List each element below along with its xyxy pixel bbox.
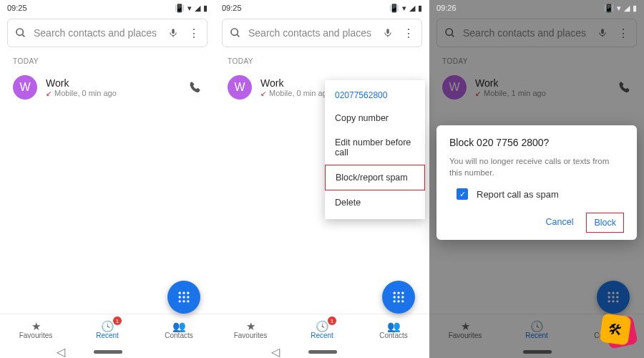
menu-number: 02077562800	[325, 84, 425, 106]
svg-point-33	[608, 300, 610, 302]
phone-icon[interactable]	[189, 81, 202, 94]
call-entry: W Work ↙Mobile, 1 min ago	[429, 69, 644, 105]
android-navbar: ◁ □	[0, 345, 215, 358]
people-icon: 👥	[387, 321, 401, 332]
dialog-checkbox-row[interactable]: ✓ Report call as spam	[449, 188, 624, 200]
svg-point-28	[612, 292, 614, 294]
svg-point-19	[397, 296, 399, 298]
section-today: TODAY	[215, 53, 429, 69]
svg-point-4	[182, 292, 185, 294]
dialpad-fab[interactable]	[167, 281, 200, 314]
svg-point-7	[182, 296, 185, 298]
avatar: W	[228, 75, 252, 100]
phone-screen-3: 09:26 📳 ▾ ◢ ▮ Search contacts and places…	[429, 0, 644, 358]
star-icon: ★	[461, 321, 470, 332]
cancel-button[interactable]: Cancel	[539, 213, 581, 233]
dialog-actions: Cancel Block	[449, 213, 624, 233]
status-bar: 09:25 📳 ▾ ◢ ▮	[0, 0, 215, 16]
svg-point-34	[612, 300, 614, 302]
clock: 09:25	[222, 4, 242, 12]
dialpad-fab[interactable]	[382, 281, 415, 314]
svg-point-17	[401, 292, 404, 294]
svg-point-35	[616, 300, 618, 302]
svg-point-12	[231, 29, 238, 35]
status-icons: 📳 ▾ ◢ ▮	[604, 4, 637, 13]
svg-rect-14	[386, 29, 389, 34]
mic-icon[interactable]	[383, 26, 393, 39]
search-input: Search contacts and places	[463, 27, 590, 39]
svg-point-32	[616, 296, 618, 298]
dialog-body: You will no longer receive calls or text…	[449, 155, 624, 178]
entry-info: Work ↙Mobile, 1 min ago	[475, 77, 610, 97]
search-input[interactable]: Search contacts and places	[34, 27, 161, 39]
checkbox-icon[interactable]: ✓	[457, 188, 468, 200]
checkbox-label: Report call as spam	[477, 189, 559, 200]
phone-icon	[618, 81, 631, 94]
dialog-title: Block 020 7756 2800?	[449, 137, 624, 148]
watermark-icon: 🛠	[601, 315, 640, 354]
entry-info: Work ↙Mobile, 0 min ago	[46, 77, 180, 97]
tab-recent[interactable]: 🕓Recent1	[72, 314, 143, 345]
menu-block-spam[interactable]: Block/report spam	[325, 165, 425, 190]
phone-screen-1: 09:25 📳 ▾ ◢ ▮ Search contacts and places…	[0, 0, 215, 358]
people-icon: 👥	[172, 321, 186, 332]
nav-home-icon[interactable]	[308, 350, 337, 354]
bottom-tabs: ★Favourites 🕓Recent1 👥Contacts	[0, 314, 215, 345]
call-entry[interactable]: W Work ↙Mobile, 0 min ago	[0, 69, 215, 105]
nav-back-icon[interactable]: ◁	[57, 345, 65, 359]
svg-point-30	[608, 296, 610, 298]
nav-home-icon[interactable]	[94, 350, 122, 354]
svg-point-21	[394, 300, 396, 302]
dialpad-icon	[177, 290, 191, 304]
status-bar: 09:25 📳 ▾ ◢ ▮	[215, 0, 429, 16]
section-today: TODAY	[429, 53, 644, 69]
clock: 09:25	[7, 4, 27, 12]
search-bar[interactable]: Search contacts and places ⋮	[222, 19, 422, 47]
tab-contacts[interactable]: 👥Contacts	[358, 314, 429, 345]
star-icon: ★	[31, 321, 41, 332]
android-navbar: ◁ □	[215, 345, 429, 358]
svg-point-15	[394, 292, 396, 294]
svg-rect-26	[601, 29, 604, 34]
wifi-icon: ▾	[402, 4, 406, 13]
clock-icon: 🕓	[316, 321, 329, 332]
search-bar[interactable]: Search contacts and places ⋮	[7, 19, 208, 47]
tab-favourites: ★Favourites	[429, 314, 501, 345]
search-bar: Search contacts and places ⋮	[436, 19, 637, 47]
menu-delete[interactable]: Delete	[325, 190, 425, 215]
more-icon[interactable]: ⋮	[400, 26, 414, 40]
menu-copy-number[interactable]: Copy number	[325, 106, 425, 130]
tab-contacts[interactable]: 👥Contacts	[143, 314, 215, 345]
search-icon	[15, 27, 26, 39]
star-icon: ★	[246, 321, 255, 332]
svg-point-23	[401, 300, 404, 302]
nav-home-icon[interactable]	[523, 350, 552, 354]
tab-favourites[interactable]: ★Favourites	[215, 314, 286, 345]
nav-back-icon[interactable]: ◁	[271, 345, 280, 359]
wifi-icon: ▾	[617, 4, 621, 13]
more-icon: ⋮	[615, 26, 629, 40]
svg-point-20	[401, 296, 404, 298]
vibrate-icon: 📳	[389, 4, 399, 13]
svg-point-22	[397, 300, 399, 302]
menu-edit-number[interactable]: Edit number before call	[325, 130, 425, 165]
svg-point-31	[612, 296, 614, 298]
clock-icon: 🕓	[530, 321, 544, 332]
phone-screen-2: 09:25 📳 ▾ ◢ ▮ Search contacts and places…	[215, 0, 429, 358]
badge: 1	[328, 316, 336, 325]
status-icons: 📳 ▾ ◢ ▮	[175, 4, 208, 13]
battery-icon: ▮	[633, 4, 637, 13]
dialpad-icon	[606, 290, 620, 304]
tab-favourites[interactable]: ★Favourites	[0, 314, 72, 345]
dialpad-fab	[597, 281, 630, 314]
more-icon[interactable]: ⋮	[185, 26, 200, 40]
tab-recent[interactable]: 🕓Recent1	[286, 314, 358, 345]
svg-line-25	[452, 34, 454, 37]
bottom-tabs: ★Favourites 🕓Recent1 👥Contacts	[215, 314, 429, 345]
search-input[interactable]: Search contacts and places	[248, 27, 376, 39]
mic-icon[interactable]	[168, 26, 178, 39]
block-button[interactable]: Block	[586, 213, 624, 233]
svg-point-6	[179, 296, 181, 298]
svg-line-1	[22, 34, 24, 37]
svg-point-24	[446, 29, 452, 35]
